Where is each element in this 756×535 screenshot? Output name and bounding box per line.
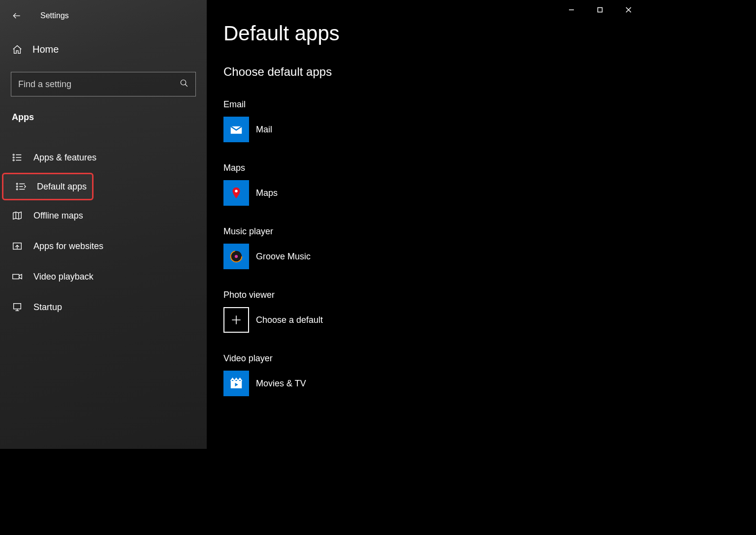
default-app-photo[interactable]: Choose a default [223, 307, 323, 333]
app-name: Mail [256, 125, 272, 135]
startup-icon [12, 302, 23, 313]
sidebar-item-label: Startup [33, 302, 62, 313]
settings-window: Settings Home Apps Apps & features [0, 0, 643, 449]
movies-tv-icon [223, 371, 249, 396]
group-video: Video player Movies & TV [223, 353, 643, 396]
sidebar-item-label: Apps & features [33, 153, 96, 163]
svg-rect-9 [14, 304, 21, 309]
back-arrow-icon [12, 11, 22, 21]
svg-point-5 [16, 186, 18, 188]
sidebar-nav: Apps & features Default apps Offline map… [0, 142, 207, 322]
svg-point-6 [16, 189, 18, 190]
svg-point-0 [181, 80, 186, 85]
svg-rect-8 [13, 274, 19, 279]
open-in-app-icon [12, 241, 23, 252]
group-email: Email Mail [223, 99, 643, 142]
video-icon [12, 271, 23, 282]
group-maps: Maps Maps [223, 163, 643, 206]
default-apps-icon [15, 181, 26, 192]
sidebar: Settings Home Apps Apps & features [0, 0, 207, 449]
search-icon [180, 79, 189, 90]
back-button[interactable] [7, 6, 27, 26]
plus-icon [223, 307, 249, 333]
svg-point-14 [235, 255, 238, 258]
default-app-email[interactable]: Mail [223, 117, 272, 142]
mail-icon [223, 117, 249, 142]
groove-music-icon [223, 244, 249, 269]
sidebar-item-label: Offline maps [33, 211, 83, 221]
window-controls [557, 0, 643, 20]
sidebar-home[interactable]: Home [0, 36, 207, 62]
svg-point-11 [235, 190, 238, 193]
section-heading: Choose default apps [223, 65, 643, 79]
map-icon [12, 210, 23, 221]
group-label: Video player [223, 353, 643, 364]
minimize-button[interactable] [557, 0, 586, 20]
group-label: Music player [223, 226, 643, 237]
sidebar-item-offline-maps[interactable]: Offline maps [0, 200, 207, 231]
sidebar-item-apps-features[interactable]: Apps & features [0, 142, 207, 173]
svg-point-1 [13, 154, 14, 156]
main-content: Default apps Choose default apps Email M… [207, 0, 643, 449]
maximize-button[interactable] [586, 0, 614, 20]
close-button[interactable] [614, 0, 643, 20]
sidebar-header: Settings [0, 0, 207, 31]
search-input[interactable] [18, 79, 180, 90]
search-box[interactable] [11, 72, 196, 96]
sidebar-section-title: Apps [0, 96, 207, 123]
group-photo: Photo viewer Choose a default [223, 290, 643, 333]
header-title: Settings [40, 11, 69, 20]
sidebar-item-apps-for-websites[interactable]: Apps for websites [0, 231, 207, 261]
default-app-maps[interactable]: Maps [223, 180, 278, 206]
sidebar-item-label: Apps for websites [33, 241, 103, 252]
default-app-music[interactable]: Groove Music [223, 244, 311, 269]
group-label: Maps [223, 163, 643, 173]
svg-point-2 [13, 157, 14, 158]
svg-rect-16 [598, 8, 602, 12]
app-name: Maps [256, 188, 278, 198]
page-title: Default apps [223, 22, 643, 45]
svg-point-4 [16, 183, 18, 185]
group-label: Email [223, 99, 643, 110]
sidebar-item-default-apps[interactable]: Default apps [2, 173, 94, 200]
maps-icon [223, 180, 249, 206]
list-icon [12, 152, 23, 163]
app-name: Groove Music [256, 252, 311, 262]
sidebar-item-video-playback[interactable]: Video playback [0, 261, 207, 292]
svg-point-3 [13, 159, 14, 161]
home-label: Home [32, 44, 59, 55]
sidebar-item-label: Default apps [37, 182, 87, 192]
group-music: Music player Groove Music [223, 226, 643, 269]
home-icon [12, 44, 22, 54]
default-app-video[interactable]: Movies & TV [223, 371, 306, 396]
app-name: Choose a default [256, 315, 323, 325]
app-name: Movies & TV [256, 378, 306, 389]
sidebar-item-startup[interactable]: Startup [0, 292, 207, 322]
sidebar-item-label: Video playback [33, 272, 94, 282]
group-label: Photo viewer [223, 290, 643, 300]
